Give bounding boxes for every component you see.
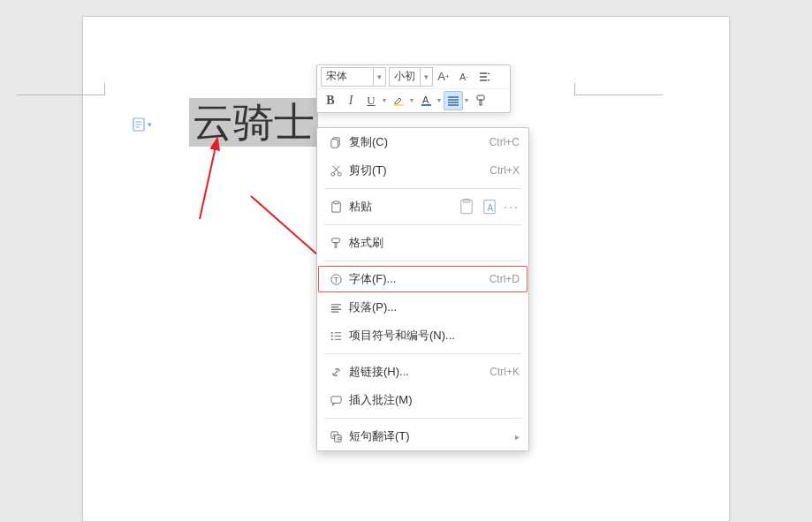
chevron-down-icon: ▾: [148, 120, 152, 129]
grow-font-button[interactable]: A+: [434, 67, 453, 87]
menu-paste[interactable]: 粘贴 A ···: [317, 193, 528, 221]
menu-label: 复制(C): [345, 134, 489, 150]
menu-font[interactable]: T 字体(F)... Ctrl+D: [317, 265, 528, 293]
menu-label: 短句翻译(T): [345, 428, 510, 444]
menu-paragraph[interactable]: 段落(P)...: [317, 293, 528, 322]
svg-rect-10: [480, 100, 482, 105]
paste-match-icon[interactable]: [458, 198, 475, 216]
chevron-down-icon[interactable]: ▾: [435, 96, 443, 104]
shortcut: Ctrl+X: [489, 164, 520, 177]
menu-label: 段落(P)...: [345, 299, 520, 315]
svg-point-14: [338, 172, 341, 176]
clipboard-icon: [326, 200, 345, 214]
menu-comment[interactable]: 插入批注(M): [317, 386, 528, 414]
shrink-font-button[interactable]: A-: [454, 67, 474, 87]
font-color-button[interactable]: A: [416, 91, 436, 110]
align-icon: [447, 95, 459, 107]
margin-guide-left: [104, 79, 131, 95]
menu-label: 格式刷: [345, 235, 520, 251]
paragraph-icon: [326, 301, 345, 314]
scissors-icon: [326, 164, 345, 178]
justify-button[interactable]: [444, 91, 463, 110]
italic-button[interactable]: I: [341, 91, 360, 110]
menu-label: 剪切(T): [345, 163, 489, 178]
font-size-value: 小初: [394, 69, 415, 84]
mini-toolbar: 宋体 ▾ 小初 ▾ A+ A- B I U▾ ▾ A ▾ ▾: [316, 64, 511, 113]
translate-icon: A中: [326, 430, 345, 443]
font-size-combo[interactable]: 小初 ▾: [389, 67, 433, 87]
shortcut: Ctrl+D: [489, 273, 520, 285]
menu-cut[interactable]: 剪切(T) Ctrl+X: [317, 156, 528, 185]
font-icon: T: [326, 273, 345, 286]
svg-rect-16: [333, 200, 338, 203]
svg-point-26: [330, 335, 332, 337]
svg-rect-21: [331, 238, 338, 242]
svg-point-27: [330, 338, 332, 340]
menu-format-painter[interactable]: 格式刷: [317, 229, 528, 257]
underline-button[interactable]: U: [361, 91, 381, 110]
comment-icon: [326, 394, 345, 407]
chevron-down-icon[interactable]: ▾: [420, 68, 432, 86]
page-icon: [133, 117, 145, 132]
menu-label: 插入批注(M): [345, 392, 520, 408]
font-name-combo[interactable]: 宋体 ▾: [321, 67, 386, 87]
menu-label: 字体(F)...: [345, 271, 489, 287]
menu-label: 粘贴: [345, 199, 458, 215]
svg-rect-8: [421, 104, 431, 106]
submenu-arrow-icon: ▸: [510, 432, 520, 442]
paste-text-icon[interactable]: A: [481, 198, 498, 216]
line-spacing-icon: [478, 71, 490, 83]
line-spacing-button[interactable]: [474, 67, 494, 87]
svg-rect-6: [394, 104, 404, 106]
separator: [324, 353, 521, 354]
svg-rect-22: [335, 242, 337, 247]
svg-text:A: A: [488, 203, 494, 213]
menu-translate[interactable]: A中 短句翻译(T) ▸: [317, 422, 528, 450]
svg-point-13: [330, 172, 334, 176]
chevron-down-icon[interactable]: ▾: [462, 96, 470, 104]
margin-guide-right: [567, 79, 594, 95]
separator: [324, 188, 521, 189]
font-name-value: 宋体: [326, 69, 347, 84]
copy-icon: [326, 136, 345, 149]
svg-text:T: T: [333, 276, 338, 284]
chevron-down-icon[interactable]: ▾: [380, 96, 388, 104]
format-painter-button[interactable]: [471, 91, 490, 110]
separator: [324, 261, 521, 261]
shortcut: Ctrl+K: [489, 366, 520, 378]
more-icon[interactable]: ···: [504, 200, 520, 213]
bold-button[interactable]: B: [321, 91, 340, 110]
context-menu: 复制(C) Ctrl+C 剪切(T) Ctrl+X 粘贴 A ··· 格式刷 T…: [316, 127, 529, 451]
font-color-icon: A: [420, 94, 433, 107]
paste-options[interactable]: A ···: [458, 198, 520, 216]
chevron-down-icon[interactable]: ▾: [373, 68, 385, 86]
svg-text:中: 中: [336, 436, 341, 442]
svg-rect-28: [330, 396, 340, 403]
list-icon: [326, 329, 345, 343]
svg-text:A: A: [422, 95, 429, 105]
paragraph-handle[interactable]: ▾: [133, 117, 152, 132]
separator: [324, 224, 521, 225]
svg-rect-9: [477, 95, 484, 100]
svg-point-25: [330, 331, 332, 333]
highlighter-icon: [392, 94, 406, 107]
menu-label: 项目符号和编号(N)...: [345, 328, 520, 344]
menu-hyperlink[interactable]: 超链接(H)... Ctrl+K: [317, 358, 528, 386]
menu-label: 超链接(H)...: [345, 364, 489, 380]
menu-copy[interactable]: 复制(C) Ctrl+C: [317, 128, 528, 156]
shortcut: Ctrl+C: [489, 136, 520, 148]
chevron-down-icon[interactable]: ▾: [407, 96, 415, 104]
svg-rect-12: [330, 139, 338, 147]
format-painter-icon: [474, 94, 488, 107]
highlight-button[interactable]: [389, 91, 408, 110]
selected-text[interactable]: 云骑士: [189, 98, 318, 147]
link-icon: [326, 366, 345, 379]
format-painter-icon: [326, 237, 345, 250]
separator: [324, 418, 521, 419]
menu-bullets[interactable]: 项目符号和编号(N)...: [317, 322, 528, 350]
